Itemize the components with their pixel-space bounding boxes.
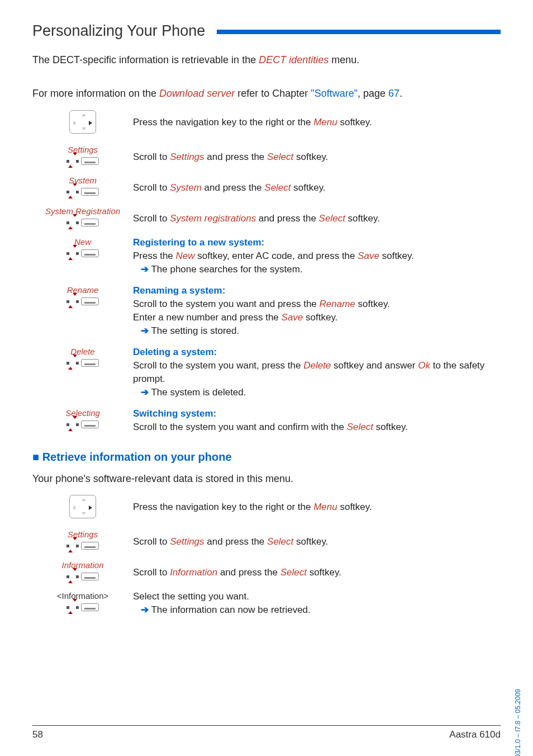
icon-cell: <Information> bbox=[32, 590, 133, 617]
text: softkey. bbox=[303, 312, 337, 323]
retrieve-info-intro: Your phone's software-relevant data is s… bbox=[32, 471, 501, 486]
text: Enter a new number and press the bbox=[133, 312, 282, 323]
result-text: The phone searches for the system. bbox=[149, 264, 303, 275]
intro-paragraph-2: For more information on the Download ser… bbox=[32, 86, 501, 101]
text: and press the bbox=[256, 213, 318, 224]
icon-cell: Rename bbox=[32, 284, 133, 338]
arrow-icon: ➔ bbox=[141, 264, 149, 275]
term: Select bbox=[267, 152, 293, 162]
switching-heading: Switching system: bbox=[133, 407, 501, 420]
term: New bbox=[176, 251, 195, 261]
step-text: Registering to a new system: Press the N… bbox=[133, 236, 501, 276]
rename-label: Rename bbox=[32, 285, 133, 295]
term: Select bbox=[280, 567, 307, 578]
arrow-icon: ➔ bbox=[141, 325, 149, 336]
text: softkey. bbox=[307, 567, 341, 578]
term: Save bbox=[358, 251, 379, 261]
step2-settings: Settings Scroll to Settings and press th… bbox=[32, 528, 501, 551]
step2-information: Information Scroll to Information and pr… bbox=[32, 559, 501, 582]
term: System registrations bbox=[170, 213, 256, 224]
text: Scroll to the system you want and press … bbox=[133, 299, 320, 309]
page-67-link[interactable]: 67 bbox=[388, 88, 399, 99]
step-text: Switching system: Scroll to the system y… bbox=[133, 407, 501, 434]
download-server-term: Download server bbox=[159, 88, 235, 99]
step-text: Scroll to Settings and press the Select … bbox=[133, 144, 501, 167]
text: Scroll to bbox=[133, 213, 170, 224]
term: Ok bbox=[418, 360, 430, 371]
step-rename: Rename Renaming a system: Scroll to the … bbox=[32, 284, 501, 338]
title-accent-bar bbox=[217, 30, 501, 34]
document-id-label: eud-1093/1.0 – I7.8 – 05.2009 bbox=[514, 689, 522, 756]
scroll-softkey-icon bbox=[66, 571, 99, 582]
text: Scroll to the system you want and confir… bbox=[133, 422, 347, 432]
text: softkey. bbox=[293, 152, 328, 162]
step-text: Scroll to System registrations and press… bbox=[133, 205, 501, 228]
text: softkey and answer bbox=[331, 360, 418, 371]
information-label: Information bbox=[32, 560, 133, 570]
text: softkey. bbox=[345, 213, 380, 224]
term: Select bbox=[267, 536, 293, 547]
navigation-key-icon bbox=[69, 495, 96, 518]
section-title-row: Personalizing Your Phone bbox=[32, 22, 501, 34]
term: Menu bbox=[313, 502, 337, 512]
text: softkey. bbox=[379, 251, 414, 261]
icon-cell: Settings bbox=[32, 144, 133, 167]
step-text: Deleting a system: Scroll to the system … bbox=[133, 346, 501, 399]
text: softkey. bbox=[291, 182, 326, 193]
icon-cell: System bbox=[32, 174, 133, 197]
term: Delete bbox=[303, 360, 331, 371]
scroll-softkey-icon bbox=[66, 357, 99, 368]
step-text: Press the navigation key to the right or… bbox=[133, 109, 501, 136]
step-text: Press the navigation key to the right or… bbox=[133, 494, 501, 521]
software-chapter-link[interactable]: "Software" bbox=[311, 88, 358, 99]
term: Information bbox=[170, 567, 217, 578]
term: Select bbox=[347, 422, 373, 432]
navkey-icon-cell bbox=[32, 494, 133, 521]
text: Press the navigation key to the right or… bbox=[133, 502, 313, 512]
step-system: System Scroll to System and press the Se… bbox=[32, 174, 501, 197]
text: , page bbox=[358, 88, 388, 99]
text: Scroll to bbox=[133, 536, 170, 547]
icon-cell: Delete bbox=[32, 346, 133, 399]
deleting-heading: Deleting a system: bbox=[133, 346, 501, 359]
step-text: Scroll to Information and press the Sele… bbox=[133, 559, 501, 582]
dect-identities-term: DECT identities bbox=[259, 54, 329, 65]
text: Scroll to bbox=[133, 567, 170, 578]
step2-navkey: Press the navigation key to the right or… bbox=[32, 494, 501, 521]
icon-cell: System Registration bbox=[32, 205, 133, 228]
intro-paragraph-1: The DECT-specific information is retriev… bbox=[32, 52, 501, 68]
text: softkey, enter AC code, and press the bbox=[195, 251, 358, 261]
text: For more information on the bbox=[32, 88, 159, 99]
text: and press the bbox=[217, 567, 280, 578]
step-system-registration: System Registration Scroll to System reg… bbox=[32, 205, 501, 228]
result-text: The information can now be retrieved. bbox=[149, 604, 311, 615]
text: Scroll to the system you want, press the bbox=[133, 360, 303, 371]
text: softkey. bbox=[293, 536, 328, 547]
text: menu. bbox=[329, 54, 359, 65]
arrow-icon: ➔ bbox=[141, 387, 149, 398]
retrieve-info-heading: Retrieve information on your phone bbox=[32, 451, 501, 464]
step2-information-value: <Information> Select the setting you wan… bbox=[32, 590, 501, 617]
information-placeholder-label: <Information> bbox=[32, 591, 133, 601]
scroll-softkey-icon bbox=[66, 217, 99, 228]
term: Save bbox=[282, 312, 303, 323]
text: softkey. bbox=[373, 422, 408, 432]
text: softkey. bbox=[337, 502, 372, 512]
navkey-icon-cell bbox=[32, 109, 133, 136]
scroll-softkey-icon bbox=[66, 540, 99, 551]
system-registration-label: System Registration bbox=[32, 206, 133, 216]
scroll-softkey-icon bbox=[66, 248, 99, 259]
step-settings: Settings Scroll to Settings and press th… bbox=[32, 144, 501, 167]
page-footer: 58 Aastra 610d bbox=[32, 725, 501, 740]
result-text: The system is deleted. bbox=[149, 387, 246, 398]
text: Select the setting you want. bbox=[133, 590, 501, 603]
navigation-key-icon bbox=[69, 110, 96, 134]
text: The DECT-specific information is retriev… bbox=[32, 54, 259, 65]
settings-label: Settings bbox=[32, 530, 133, 539]
text: softkey. bbox=[337, 117, 372, 127]
scroll-softkey-icon bbox=[66, 419, 99, 430]
icon-cell: New bbox=[32, 236, 133, 276]
icon-cell: Settings bbox=[32, 528, 133, 551]
text: and press the bbox=[202, 182, 264, 193]
registering-heading: Registering to a new system: bbox=[133, 236, 501, 249]
